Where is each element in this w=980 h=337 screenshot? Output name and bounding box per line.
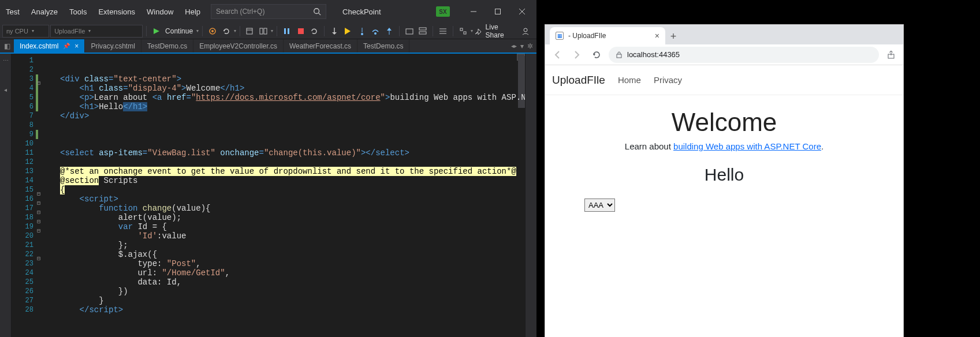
stop-icon[interactable] — [295, 25, 307, 38]
continue-button[interactable] — [150, 25, 163, 38]
nav-privacy[interactable]: Privacy — [654, 75, 682, 85]
restart-icon[interactable] — [220, 25, 233, 38]
menu-analyze[interactable]: Analyze — [25, 0, 64, 23]
code-line[interactable]: 2 — [12, 65, 525, 74]
code-line[interactable]: 10 — [12, 139, 525, 148]
step-down-icon[interactable] — [328, 25, 341, 38]
tab-privacy-cshtml[interactable]: Privacy.cshtml — [85, 39, 141, 53]
code-line[interactable]: 23 type: "Post", — [12, 259, 525, 268]
code-line[interactable]: 5 <p>Learn about <a href="https://docs.m… — [12, 93, 525, 102]
address-bar[interactable]: localhost:44365 — [609, 47, 879, 63]
code-line[interactable]: 6 <h1>Hello</h1> — [12, 102, 525, 111]
liveshare-icon — [474, 27, 482, 35]
learn-link[interactable]: building Web apps with ASP.NET Core — [673, 141, 821, 151]
code-line[interactable]: 15⊟{ — [12, 185, 525, 194]
close-button[interactable] — [510, 3, 534, 20]
code-line[interactable]: 28 </script> — [12, 305, 525, 314]
chevron-down-icon[interactable]: ▾ — [271, 28, 273, 33]
svg-rect-35 — [617, 54, 621, 58]
config-dropdown[interactable]: ny CPU▾ — [2, 25, 49, 38]
tab-employeev2controller-cs[interactable]: EmployeeV2Controller.cs — [193, 39, 284, 53]
code-line[interactable]: 1 — [12, 56, 525, 65]
tab-thumb-icon[interactable]: ◧ — [0, 39, 14, 53]
new-tab-button[interactable]: + — [665, 28, 681, 44]
search-box[interactable]: Search (Ctrl+Q) — [211, 4, 326, 19]
search-icon — [313, 8, 321, 16]
code-line[interactable]: 22⊟ $.ajax({ — [12, 250, 525, 259]
brand-link[interactable]: UploadFIle — [552, 74, 605, 87]
side-toolbox-collapsed[interactable]: ⋯ ◂ — [0, 54, 12, 337]
pause-icon[interactable] — [281, 25, 293, 38]
step-into-icon[interactable] — [356, 25, 368, 38]
toolbox-icon-2[interactable] — [417, 25, 430, 38]
close-icon[interactable]: × — [74, 42, 79, 50]
gear-icon[interactable]: ✲ — [527, 42, 533, 50]
step-out-icon[interactable] — [383, 25, 396, 38]
minimize-button[interactable] — [461, 3, 486, 20]
continue-label: Continue — [164, 27, 195, 35]
code-line[interactable]: 9 — [12, 130, 525, 139]
tab-menu-icon[interactable]: ▾ — [520, 42, 524, 50]
restart-debug-icon[interactable] — [308, 25, 321, 38]
show-next-statement-icon[interactable] — [342, 25, 355, 38]
browser-link-icon[interactable] — [244, 25, 256, 38]
code-line[interactable]: 7</div> — [12, 111, 525, 121]
tab-index-cshtml[interactable]: Index.cshtml 📌 × — [14, 39, 85, 53]
code-line[interactable]: 24 url: "/Home/GetId", — [12, 268, 525, 278]
code-line[interactable]: 16⊟ <script> — [12, 194, 525, 204]
pin-icon[interactable]: 📌 — [63, 43, 70, 49]
code-line[interactable]: 4 <h1 class="display-4">Welcome</h1> — [12, 84, 525, 93]
code-line[interactable]: 3⊟<div class="text-center"> — [12, 74, 525, 84]
menu-tools[interactable]: Tools — [64, 0, 92, 23]
tab-weatherforecast-cs[interactable]: WeatherForecast.cs — [284, 39, 357, 53]
step-over-icon[interactable] — [369, 25, 382, 38]
svg-line-1 — [319, 13, 321, 16]
code-line[interactable]: 20 'Id':value — [12, 231, 525, 241]
code-line[interactable]: 12 — [12, 158, 525, 167]
code-line[interactable]: 21 }; — [12, 241, 525, 250]
chevron-down-icon[interactable]: ▾ — [234, 28, 236, 33]
toolbox-icon-1[interactable] — [403, 25, 416, 38]
toolbox-icon-3[interactable] — [437, 25, 449, 38]
tab-testdemo-cs-2[interactable]: TestDemo.cs — [357, 39, 409, 53]
code-line[interactable]: 25 data: Id, — [12, 278, 525, 287]
menu-window[interactable]: Window — [141, 0, 179, 23]
menu-help[interactable]: Help — [179, 0, 206, 23]
tab-testdemo-cs-1[interactable]: TestDemo.cs — [141, 39, 193, 53]
reload-button[interactable] — [589, 47, 604, 62]
sx-badge[interactable]: SX — [436, 6, 450, 17]
maximize-button[interactable] — [486, 3, 510, 20]
forward-button[interactable] — [569, 47, 584, 62]
svg-marker-24 — [387, 28, 392, 31]
chevron-down-icon[interactable]: ▾ — [196, 28, 199, 33]
close-icon[interactable]: × — [655, 31, 659, 40]
svg-rect-10 — [247, 28, 252, 34]
live-share-button[interactable]: Live Share — [474, 23, 534, 39]
browser-tab[interactable]: ▦ - UploadFIle × — [550, 27, 665, 44]
code-line[interactable]: 8 — [12, 121, 525, 130]
code-line[interactable]: 18⊟ alert(value); — [12, 213, 525, 222]
startup-project-dropdown[interactable]: UploadFIle▾ — [50, 25, 143, 38]
chevron-down-icon[interactable]: ▾ — [471, 28, 473, 33]
code-line[interactable]: 26 }) — [12, 287, 525, 296]
code-line[interactable]: 14@section Scripts — [12, 176, 525, 185]
code-editor[interactable]: 123⊟<div class="text-center">4 <h1 class… — [12, 54, 525, 337]
tab-overflow-icon[interactable]: ◂▸ — [511, 43, 517, 49]
svg-rect-13 — [264, 28, 267, 34]
code-line[interactable]: 11<select asp-items="ViewBag.list" oncha… — [12, 148, 525, 158]
menu-extensions[interactable]: Extensions — [92, 0, 141, 23]
hot-reload-icon[interactable] — [206, 25, 219, 38]
menu-test[interactable]: Test — [0, 0, 25, 23]
code-line[interactable]: 19⊟ var Id = { — [12, 222, 525, 231]
back-button[interactable] — [550, 47, 565, 62]
layout-icon[interactable] — [257, 25, 270, 38]
dropdown-select[interactable]: AAA — [584, 199, 615, 212]
toolbox-icon-4[interactable] — [457, 25, 469, 38]
code-line[interactable]: 13@*set an onchange event to get the val… — [12, 167, 525, 176]
code-line[interactable]: 27 } — [12, 296, 525, 305]
scrollbar-map[interactable] — [525, 54, 536, 337]
nav-home[interactable]: Home — [618, 75, 641, 85]
share-button[interactable] — [884, 47, 899, 62]
code-line[interactable]: 17⊟ function change(value){ — [12, 204, 525, 213]
svg-point-33 — [524, 28, 527, 32]
